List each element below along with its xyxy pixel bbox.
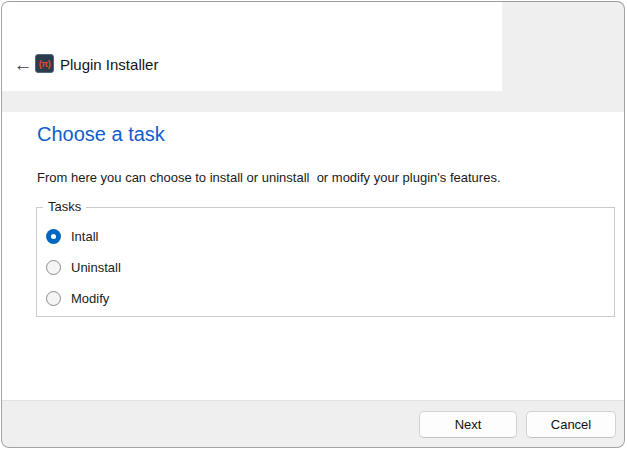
radio-option-label: Uninstall [71, 260, 121, 275]
plugin-installer-window: ← (π) Plugin Installer Choose a task Fro… [1, 1, 625, 448]
back-button[interactable]: ← [10, 52, 36, 78]
radio-option-label: Intall [71, 229, 98, 244]
radio-option-intall[interactable]: Intall [46, 229, 614, 244]
window-title: Plugin Installer [60, 56, 158, 73]
radio-option-label: Modify [71, 291, 109, 306]
tasks-group-label: Tasks [43, 199, 86, 214]
back-arrow-icon: ← [14, 54, 33, 76]
radio-icon [46, 229, 61, 244]
header: ← (π) Plugin Installer [2, 2, 502, 91]
radio-icon [46, 291, 61, 306]
radio-option-uninstall[interactable]: Uninstall [46, 260, 614, 275]
radio-icon [46, 260, 61, 275]
footer: Next Cancel [2, 400, 625, 447]
app-icon: (π) [35, 54, 54, 73]
next-button[interactable]: Next [419, 411, 517, 438]
screenshot-stage: ← (π) Plugin Installer Choose a task Fro… [0, 0, 627, 451]
main-content: Choose a task From here you can choose t… [2, 112, 625, 400]
cancel-button[interactable]: Cancel [526, 411, 616, 438]
tasks-groupbox: Tasks Intall Uninstall Modify [36, 207, 615, 317]
page-title: Choose a task [37, 123, 165, 146]
tasks-radio-list: Intall Uninstall Modify [37, 208, 614, 306]
task-description: From here you can choose to install or u… [37, 170, 501, 185]
radio-option-modify[interactable]: Modify [46, 291, 614, 306]
